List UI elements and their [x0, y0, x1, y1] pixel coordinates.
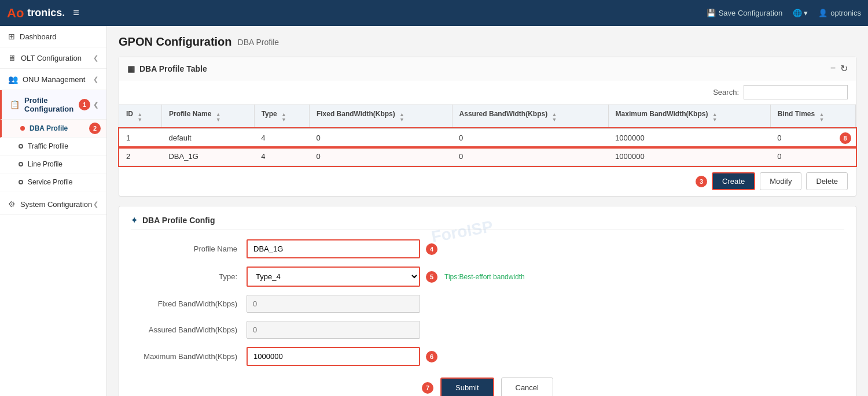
user-menu[interactable]: 👤 optronics: [818, 9, 861, 17]
profile-config-icon: 📋: [10, 100, 20, 109]
type-row: Type: Type_1 Type_2 Type_3 Type_4 Type_5…: [131, 267, 652, 287]
form-section-header: ✦ DBA Profile Config: [131, 216, 844, 230]
sidebar-item-dashboard-label: Dashboard: [20, 32, 57, 41]
system-config-arrow: ❮: [93, 201, 98, 208]
row2-assured-bw: 0: [452, 147, 608, 166]
table-title: DBA Profile Table: [139, 64, 207, 73]
profile-name-label: Profile Name: [131, 245, 247, 253]
dba-profile-table: ID ▲▼ Profile Name ▲▼ Type ▲▼ Fixed Band…: [119, 105, 856, 166]
submit-button[interactable]: Submit: [440, 378, 494, 396]
user-icon: 👤: [818, 9, 827, 17]
form-section: ✦ DBA Profile Config Profile Name 4 Type…: [119, 206, 856, 396]
type-label: Type:: [131, 272, 247, 281]
col-bind-times: Bind Times ▲▼: [770, 105, 855, 128]
assured-bw-input[interactable]: [247, 321, 420, 339]
fixed-bw-label: Fixed BandWidth(Kbps): [131, 299, 247, 308]
badge-4: 4: [426, 243, 437, 255]
dba-profile-label: DBA Profile: [30, 124, 68, 132]
sidebar-sub-item-dba-profile[interactable]: DBA Profile 2: [0, 120, 106, 138]
navbar-logo: Aotronics.: [7, 6, 65, 21]
bind-times-sort[interactable]: ▲▼: [819, 112, 825, 123]
search-input[interactable]: [744, 85, 848, 99]
sidebar-item-system-label: System Configuration: [20, 200, 92, 209]
profile-name-input[interactable]: [247, 239, 420, 258]
max-bw-sort[interactable]: ▲▼: [712, 112, 718, 123]
fixed-bw-input[interactable]: [247, 295, 420, 313]
max-bw-row: Maximum BandWidth(Kbps) 6: [131, 347, 652, 366]
badge-3: 3: [696, 176, 707, 187]
table-search-row: Search:: [119, 80, 856, 105]
table-card-controls: − ↻: [830, 63, 848, 74]
minimize-icon[interactable]: −: [830, 63, 836, 74]
fixed-bw-sort[interactable]: ▲▼: [399, 112, 404, 123]
onu-mgmt-arrow: ❮: [93, 76, 98, 83]
system-config-icon: ⚙: [8, 199, 16, 209]
type-sort[interactable]: ▲▼: [281, 112, 286, 123]
sidebar-item-profile-config[interactable]: 📋 Profile Configuration ❮ 1: [0, 90, 106, 120]
row1-id: 1: [119, 128, 161, 147]
create-button[interactable]: Create: [712, 172, 755, 190]
max-bw-label: Maximum BandWidth(Kbps): [131, 352, 247, 361]
badge-7: 7: [422, 382, 433, 394]
max-bw-input[interactable]: [247, 347, 420, 366]
page-header: GPON Configuration DBA Profile: [119, 35, 856, 49]
assured-bw-label: Assured BandWidth(Kbps): [131, 325, 247, 334]
navbar: Aotronics. ≡ 💾 Save Configuration 🌐 ▾ 👤 …: [0, 0, 868, 26]
sidebar-item-system-config[interactable]: ⚙ System Configuration ❮: [0, 194, 106, 215]
col-id: ID ▲▼: [119, 105, 161, 128]
dba-profile-table-card: ▦ DBA Profile Table − ↻ Search:: [119, 57, 856, 197]
col-type: Type ▲▼: [254, 105, 309, 128]
table-row[interactable]: 1 default 4 0 0 1000000 0 8: [119, 128, 856, 147]
sidebar-item-onu-label: ONU Management: [23, 75, 85, 84]
onu-mgmt-icon: 👥: [8, 75, 18, 84]
row2-bind-times: 0: [770, 147, 855, 166]
delete-button[interactable]: Delete: [806, 172, 848, 190]
cancel-button[interactable]: Cancel: [501, 378, 553, 396]
service-profile-label: Service Profile: [28, 178, 72, 186]
table-card-header: ▦ DBA Profile Table − ↻: [119, 57, 856, 80]
table-header: ID ▲▼ Profile Name ▲▼ Type ▲▼ Fixed Band…: [119, 105, 856, 128]
sidebar-sub-item-traffic-profile[interactable]: Traffic Profile: [0, 138, 106, 156]
row1-assured-bw: 0: [452, 128, 608, 147]
logo-accent: Ao: [7, 6, 24, 21]
col-fixed-bw: Fixed BandWidth(Kbps) ▲▼: [309, 105, 452, 128]
profile-name-row: Profile Name 4: [131, 239, 652, 258]
sidebar-item-dashboard[interactable]: ⊞ Dashboard: [0, 26, 106, 47]
row2-profile-name: DBA_1G: [161, 147, 254, 166]
navbar-left: Aotronics. ≡: [7, 6, 79, 21]
row1-type: 4: [254, 128, 309, 147]
sidebar-sub-item-line-profile[interactable]: Line Profile: [0, 156, 106, 173]
modify-button[interactable]: Modify: [760, 172, 801, 190]
row1-bind-times: 0 8: [770, 128, 855, 147]
sidebar-sub-item-service-profile[interactable]: Service Profile: [0, 173, 106, 191]
save-config-button[interactable]: 💾 Save Configuration: [707, 9, 783, 17]
form-section-title: DBA Profile Config: [142, 216, 215, 225]
hamburger-icon[interactable]: ≡: [73, 7, 79, 19]
col-max-bw: Maximum BandWidth(Kbps) ▲▼: [608, 105, 770, 128]
id-sort[interactable]: ▲▼: [137, 112, 142, 123]
dashboard-icon: ⊞: [8, 32, 15, 41]
table-row[interactable]: 2 DBA_1G 4 0 0 1000000 0: [119, 147, 856, 166]
type-select[interactable]: Type_1 Type_2 Type_3 Type_4 Type_5: [247, 267, 420, 287]
assured-bw-sort[interactable]: ▲▼: [552, 112, 557, 123]
globe-icon: 🌐: [793, 9, 802, 17]
table-card-title-section: ▦ DBA Profile Table: [127, 64, 207, 73]
refresh-icon[interactable]: ↻: [840, 63, 848, 74]
globe-button[interactable]: 🌐 ▾: [793, 9, 808, 17]
line-profile-label: Line Profile: [28, 160, 62, 168]
globe-arrow: ▾: [804, 9, 808, 17]
sidebar-item-olt-config[interactable]: 🖥 OLT Configuration ❮: [0, 47, 106, 69]
traffic-profile-dot: [19, 144, 23, 149]
profile-name-sort[interactable]: ▲▼: [216, 112, 221, 123]
sidebar-item-onu-mgmt[interactable]: 👥 ONU Management ❮: [0, 69, 106, 90]
table-container: ID ▲▼ Profile Name ▲▼ Type ▲▼ Fixed Band…: [119, 105, 856, 166]
row2-type: 4: [254, 147, 309, 166]
olt-config-icon: 🖥: [8, 53, 16, 62]
row2-fixed-bw: 0: [309, 147, 452, 166]
form-section-icon: ✦: [131, 216, 138, 225]
row1-max-bw: 1000000: [608, 128, 770, 147]
badge-6: 6: [426, 351, 437, 362]
row1-profile-name: default: [161, 128, 254, 147]
main-content: ForoISP GPON Configuration DBA Profile ▦…: [107, 26, 868, 396]
table-icon: ▦: [127, 64, 135, 73]
